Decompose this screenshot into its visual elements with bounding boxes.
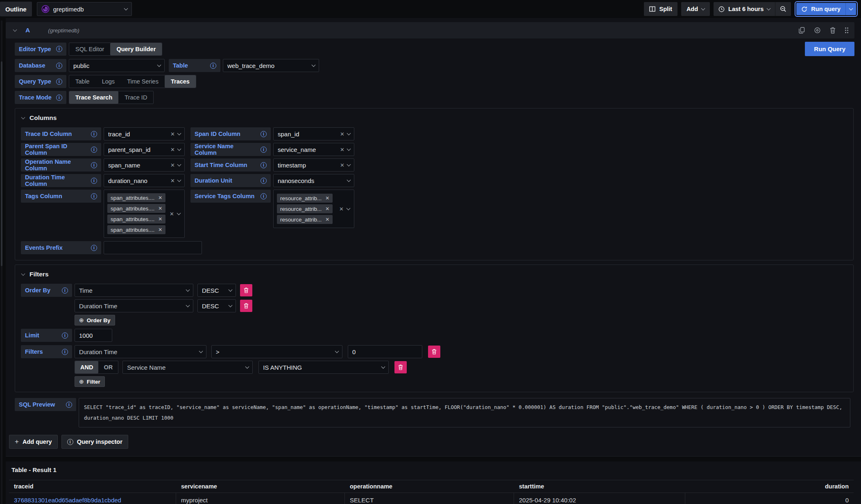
run-query-button[interactable]: Run query [796, 3, 845, 15]
remove-icon[interactable]: ✕ [325, 196, 329, 201]
limit-input[interactable]: 1000 [75, 329, 112, 342]
remove-icon[interactable]: ✕ [325, 206, 329, 211]
option-sql-editor[interactable]: SQL Editor [69, 43, 110, 55]
clear-icon[interactable]: ✕ [170, 163, 175, 168]
clear-all-icon[interactable]: ✕ [170, 211, 174, 217]
info-icon[interactable]: i [56, 79, 62, 85]
filters-section-header[interactable]: Filters [22, 271, 847, 278]
remove-order-by-button[interactable] [240, 300, 252, 312]
info-icon[interactable]: i [261, 193, 267, 199]
info-icon[interactable]: i [91, 193, 97, 199]
clear-icon[interactable]: ✕ [170, 147, 175, 152]
info-icon[interactable]: i [91, 162, 97, 168]
service-name-column-select[interactable]: service_name ✕ [273, 143, 354, 156]
add-order-by-button[interactable]: ⊕ Order By [75, 315, 115, 325]
panel-run-query-button[interactable]: Run Query [805, 42, 854, 56]
info-icon[interactable]: i [91, 147, 97, 153]
order-by-field-select[interactable]: Duration Time [75, 299, 193, 312]
clear-icon[interactable]: ✕ [340, 131, 344, 137]
option-time-series[interactable]: Time Series [121, 75, 165, 88]
collapse-chevron-icon[interactable] [13, 28, 17, 32]
remove-icon[interactable]: ✕ [158, 195, 162, 200]
option-query-builder[interactable]: Query Builder [110, 43, 162, 55]
columns-section-header[interactable]: Columns [22, 114, 847, 122]
tags-column-multiselect[interactable]: span_attributes.... ✕ span_attributes...… [104, 190, 185, 238]
info-icon[interactable]: i [210, 63, 216, 69]
duration-time-column-select[interactable]: duration_nano ✕ [104, 174, 185, 187]
remove-order-by-button[interactable] [240, 284, 252, 296]
operation-name-column-select[interactable]: span_name ✕ [104, 158, 185, 172]
filter-operator-select[interactable]: IS ANYTHING [258, 361, 389, 374]
info-icon[interactable]: i [91, 178, 97, 184]
datasource-picker[interactable]: greptimedb [37, 2, 132, 16]
clear-icon[interactable]: ✕ [340, 163, 344, 168]
info-icon[interactable]: i [261, 131, 267, 137]
add-query-button[interactable]: + Add query [9, 435, 58, 449]
add-button[interactable]: Add [681, 2, 710, 16]
clear-icon[interactable]: ✕ [170, 131, 175, 137]
order-by-direction-select[interactable]: DESC [197, 299, 236, 312]
remove-filter-button[interactable] [428, 346, 440, 358]
duration-unit-select[interactable]: nanoseconds [273, 174, 354, 187]
filter-field-select[interactable]: Service Name [122, 361, 253, 374]
span-id-column-select[interactable]: span_id ✕ [273, 127, 354, 140]
time-range-picker[interactable]: Last 6 hours [714, 2, 775, 16]
start-time-column-select[interactable]: timestamp ✕ [273, 158, 354, 172]
info-icon[interactable]: i [261, 162, 267, 168]
info-icon[interactable]: i [91, 131, 97, 137]
option-and[interactable]: AND [75, 361, 98, 373]
info-icon[interactable]: i [56, 95, 62, 101]
info-icon[interactable]: i [62, 287, 68, 294]
trace-id-column-select[interactable]: trace_id ✕ [104, 127, 185, 140]
events-prefix-input[interactable] [104, 241, 202, 254]
remove-icon[interactable]: ✕ [158, 206, 162, 211]
option-trace-search[interactable]: Trace Search [69, 91, 118, 104]
info-icon[interactable]: i [56, 46, 62, 52]
column-header-servicename[interactable]: servicename [176, 483, 345, 490]
info-icon[interactable]: i [91, 245, 97, 251]
order-by-field-select[interactable]: Time [75, 284, 193, 297]
database-select[interactable]: public [69, 59, 165, 72]
order-by-direction-select[interactable]: DESC [197, 284, 236, 297]
option-traces[interactable]: Traces [165, 75, 196, 88]
filter-field-select[interactable]: Duration Time [75, 345, 206, 358]
left-scrollbar-thumb[interactable] [1, 61, 2, 266]
info-icon[interactable]: i [56, 63, 62, 69]
remove-icon[interactable]: ✕ [158, 227, 162, 232]
remove-icon[interactable]: ✕ [325, 217, 329, 222]
column-header-traceid[interactable]: traceid [9, 483, 176, 490]
info-icon[interactable]: i [261, 178, 267, 184]
clear-icon[interactable]: ✕ [170, 178, 175, 183]
filter-value-input[interactable]: 0 [348, 345, 422, 358]
clear-all-icon[interactable]: ✕ [339, 206, 344, 212]
query-inspector-button[interactable]: i Query inspector [61, 435, 128, 449]
trace-id-link[interactable]: 3768831301ea0d65adaef8b9da1cbded [14, 497, 121, 504]
option-trace-id[interactable]: Trace ID [118, 91, 153, 104]
column-header-duration[interactable]: duration [685, 483, 854, 490]
option-logs[interactable]: Logs [96, 75, 121, 88]
remove-icon[interactable]: ✕ [158, 217, 162, 221]
outline-button[interactable]: Outline [0, 2, 32, 16]
delete-query-icon[interactable] [830, 27, 836, 34]
service-tags-column-multiselect[interactable]: resource_attrib... ✕ resource_attrib... … [273, 190, 354, 228]
add-filter-button[interactable]: ⊕ Filter [75, 376, 105, 387]
info-icon[interactable]: i [66, 402, 72, 408]
option-or[interactable]: OR [98, 361, 118, 373]
column-header-starttime[interactable]: starttime [514, 483, 685, 490]
parent-span-id-column-select[interactable]: parent_span_id ✕ [104, 143, 185, 156]
duplicate-query-icon[interactable] [799, 27, 805, 34]
info-icon[interactable]: i [62, 332, 68, 339]
filter-operator-select[interactable]: > [211, 345, 342, 358]
drag-handle-icon[interactable] [845, 27, 849, 34]
info-icon[interactable]: i [62, 349, 68, 355]
run-query-dropdown[interactable] [845, 3, 856, 15]
toggle-visibility-icon[interactable] [814, 27, 821, 34]
remove-filter-button[interactable] [394, 361, 407, 373]
table-select[interactable]: web_trace_demo [223, 59, 319, 72]
column-header-operationname[interactable]: operationname [345, 483, 514, 490]
query-row-header[interactable]: A (greptimedb) [6, 22, 854, 38]
info-icon[interactable]: i [261, 147, 267, 153]
zoom-out-time-button[interactable] [775, 2, 791, 16]
option-table[interactable]: Table [69, 75, 96, 88]
split-button[interactable]: Split [644, 2, 677, 16]
